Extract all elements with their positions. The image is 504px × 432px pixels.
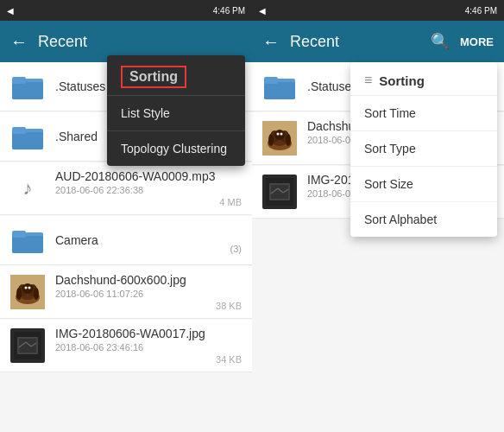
status-time-right: 4:46 PM: [465, 6, 497, 16]
file-size-dachshund-left: 38 KB: [55, 301, 242, 311]
svg-point-16: [28, 287, 31, 289]
thumb-dachshund-left: [10, 275, 45, 309]
music-icon-left: ♪: [10, 171, 45, 206]
file-size-img-left: 34 KB: [55, 354, 242, 365]
sort-lines-icon: ≡: [364, 73, 372, 88]
folder-icon-statuses-left: [10, 69, 45, 104]
file-item-img-left[interactable]: IMG-20180606-WA0017.jpg 2018-06-06 23:46…: [0, 320, 252, 372]
right-status-bar-left: ◀: [259, 6, 266, 16]
file-meta-dachshund-left: 2018-06-06 11:07:26: [55, 289, 242, 299]
back-button-right[interactable]: ←: [262, 32, 280, 52]
back-button-left[interactable]: ←: [10, 32, 28, 52]
svg-rect-8: [12, 231, 26, 238]
right-status-back: ◀: [259, 6, 266, 16]
status-time-left: 4:46 PM: [213, 6, 245, 16]
file-name-camera-left: Camera: [55, 233, 230, 247]
svg-point-33: [274, 130, 285, 140]
svg-point-17: [16, 288, 22, 300]
file-info-dachshund-left: Dachshund-600x600.jpg 2018-06-06 11:07:2…: [55, 273, 242, 311]
sort-type-item[interactable]: Sort Type: [350, 131, 497, 167]
right-panel: ◀ 4:46 PM ← Recent 🔍 MORE .Statuses: [252, 0, 504, 432]
file-name-img-left: IMG-20180606-WA0017.jpg: [55, 327, 242, 340]
svg-point-37: [286, 134, 291, 146]
file-info-camera-left: Camera: [55, 233, 230, 247]
file-info-audio-left: AUD-20180606-WA0009.mp3 2018-06-06 22:36…: [55, 169, 242, 207]
svg-rect-1: [12, 82, 43, 99]
folder-icon-camera-left: [10, 223, 45, 257]
file-meta-img-left: 2018-06-06 23:46:16: [55, 342, 242, 353]
file-count-camera-left: (3): [230, 244, 242, 257]
thumb-img-right: [262, 175, 297, 209]
search-icon[interactable]: 🔍: [431, 32, 450, 51]
sort-alphabet-item[interactable]: Sort Alphabet: [350, 202, 497, 237]
right-app-bar: ← Recent 🔍 MORE: [252, 21, 504, 62]
file-name-dachshund-left: Dachshund-600x600.jpg: [55, 273, 242, 287]
right-dropdown-header: ≡ Sorting: [350, 62, 497, 96]
svg-rect-7: [12, 236, 43, 253]
left-panel: ◀ 4:46 PM ← Recent Sorting List Style To…: [0, 0, 252, 432]
list-style-item[interactable]: List Style: [107, 96, 245, 131]
svg-point-18: [34, 288, 39, 300]
right-app-bar-actions: 🔍 MORE: [431, 32, 494, 51]
left-title: Recent: [38, 33, 242, 51]
svg-rect-27: [264, 77, 278, 84]
svg-point-15: [25, 287, 28, 289]
thumb-dachshund-right: [262, 121, 297, 156]
file-name-audio-left: AUD-20180606-WA0009.mp3: [55, 169, 242, 183]
topology-clustering-item[interactable]: Topology Clustering: [107, 131, 245, 166]
folder-icon-statuses-right: [262, 69, 297, 104]
file-info-img-left: IMG-20180606-WA0017.jpg 2018-06-06 23:46…: [55, 327, 242, 365]
status-bar-left: ◀: [7, 6, 14, 16]
svg-point-34: [277, 133, 280, 136]
file-size-audio-left: 4 MB: [55, 197, 242, 207]
sort-size-item[interactable]: Sort Size: [350, 167, 497, 202]
left-dropdown-menu: Sorting List Style Topology Clustering: [107, 55, 245, 166]
right-status-bar: ◀ 4:46 PM: [252, 0, 504, 21]
svg-point-36: [268, 134, 274, 146]
right-title: Recent: [290, 33, 420, 51]
left-status-bar: ◀ 4:46 PM: [0, 0, 252, 21]
file-item-audio-left[interactable]: ♪ AUD-20180606-WA0009.mp3 2018-06-06 22:…: [0, 162, 252, 215]
svg-rect-2: [12, 77, 26, 84]
svg-point-35: [280, 133, 283, 136]
status-back: ◀: [7, 6, 14, 16]
file-item-camera-left[interactable]: Camera (3): [0, 216, 252, 265]
status-bar-right: 4:46 PM: [213, 6, 245, 16]
file-item-dachshund-left[interactable]: Dachshund-600x600.jpg 2018-06-06 11:07:2…: [0, 266, 252, 319]
svg-rect-4: [12, 132, 43, 149]
right-dropdown-menu: ≡ Sorting Sort Time Sort Type Sort Size …: [350, 62, 497, 237]
thumb-img-left: [10, 328, 45, 363]
sort-time-item[interactable]: Sort Time: [350, 96, 497, 131]
right-status-bar-right: 4:46 PM: [465, 6, 497, 16]
svg-rect-26: [264, 82, 295, 99]
folder-icon-shared-left: [10, 119, 45, 154]
left-dropdown-header: Sorting: [107, 55, 245, 96]
svg-rect-5: [12, 127, 26, 134]
more-button[interactable]: MORE: [460, 35, 494, 48]
svg-point-14: [22, 283, 33, 294]
file-meta-audio-left: 2018-06-06 22:36:38: [55, 185, 242, 195]
